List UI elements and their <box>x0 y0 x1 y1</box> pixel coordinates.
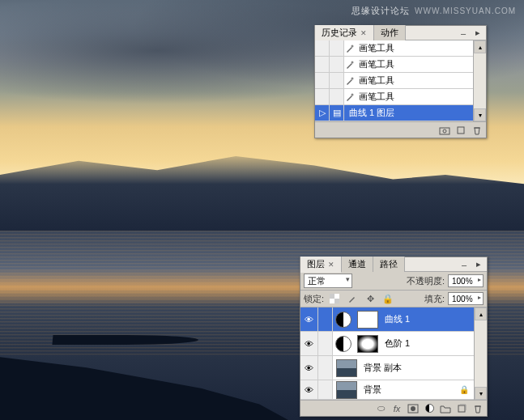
layer-group-button[interactable] <box>438 402 453 415</box>
visibility-toggle[interactable]: 👁 <box>300 308 318 331</box>
flyout-menu-button[interactable]: ▸ <box>472 259 485 270</box>
visibility-toggle[interactable]: 👁 <box>300 380 318 399</box>
layer-row[interactable]: 👁 曲线 1 <box>300 308 474 332</box>
svg-point-5 <box>443 129 446 133</box>
adjustment-icon <box>335 336 351 352</box>
lock-label: 锁定: <box>304 293 324 305</box>
lock-transparent-button[interactable] <box>327 292 342 305</box>
opacity-label: 不透明度: <box>407 275 445 287</box>
link-column[interactable] <box>318 332 333 355</box>
scrollbar[interactable]: ▴ ▾ <box>473 40 486 121</box>
fill-label: 填充: <box>424 293 445 305</box>
brush-icon <box>344 59 356 70</box>
scrollbar[interactable]: ▴ ▾ <box>474 308 487 400</box>
lock-image-button[interactable] <box>345 292 360 305</box>
svg-rect-13 <box>458 405 465 412</box>
svg-rect-4 <box>440 128 449 134</box>
close-icon[interactable]: ✕ <box>360 29 367 37</box>
svg-rect-9 <box>334 294 339 299</box>
svg-rect-6 <box>458 127 464 134</box>
brush-icon <box>344 43 356 54</box>
mask-thumbnail[interactable] <box>357 311 378 329</box>
new-layer-button[interactable] <box>454 402 469 415</box>
brush-icon <box>344 75 356 87</box>
mask-thumbnail[interactable] <box>357 335 378 353</box>
opacity-input[interactable]: 100% <box>448 274 484 287</box>
layer-mask-button[interactable] <box>406 402 420 415</box>
visibility-toggle[interactable]: 👁 <box>300 356 318 380</box>
link-layers-button[interactable]: ⬭ <box>373 402 388 415</box>
brush-icon <box>344 91 356 103</box>
blend-mode-select[interactable]: 正常 <box>304 274 352 288</box>
scroll-up-button[interactable]: ▴ <box>475 308 487 320</box>
tab-history[interactable]: 历史记录✕ <box>315 25 374 41</box>
layers-footer: ⬭ fx <box>300 400 487 416</box>
adjustment-icon <box>335 312 351 328</box>
layer-row[interactable]: 👁 背景 🔒 <box>300 380 474 400</box>
history-item[interactable]: ▷ ▤ 曲线 1 图层 <box>315 105 473 121</box>
scroll-up-button[interactable]: ▴ <box>474 40 486 53</box>
minimize-button[interactable]: – <box>457 28 470 39</box>
history-panel: 历史记录✕ 动作 – ▸ 画笔工具 画笔工具 画笔工具 <box>314 25 487 138</box>
svg-point-2 <box>351 77 354 79</box>
scroll-down-button[interactable]: ▾ <box>474 108 486 121</box>
history-item[interactable]: 画笔工具 <box>315 40 473 57</box>
lock-all-button[interactable]: 🔒 <box>381 292 395 305</box>
lock-icon: 🔒 <box>459 385 469 395</box>
svg-point-12 <box>411 406 415 411</box>
layer-effects-button[interactable]: fx <box>390 402 404 415</box>
layers-titlebar: 图层✕ 通道 路径 – ▸ <box>300 257 487 272</box>
link-column[interactable] <box>318 308 333 331</box>
adjustment-layer-button[interactable] <box>422 402 437 415</box>
layer-thumbnail[interactable] <box>336 359 357 377</box>
tab-paths[interactable]: 路径 <box>373 257 405 272</box>
history-footer <box>315 121 486 138</box>
layers-list: 👁 曲线 1 👁 色阶 1 👁 背景 副本 👁 <box>300 308 474 400</box>
layer-thumbnail[interactable] <box>336 381 357 399</box>
tab-layers[interactable]: 图层✕ <box>300 257 342 273</box>
svg-rect-8 <box>334 299 339 303</box>
svg-point-3 <box>351 93 354 95</box>
layers-panel: 图层✕ 通道 路径 – ▸ 正常 不透明度: 100% 锁定: ✥ 🔒 填充: … <box>300 257 488 417</box>
scroll-down-button[interactable]: ▾ <box>475 387 487 400</box>
tab-channels[interactable]: 通道 <box>342 257 373 272</box>
history-marker-icon[interactable]: ▷ <box>315 105 330 121</box>
visibility-toggle[interactable]: 👁 <box>300 332 318 355</box>
delete-button[interactable] <box>470 124 484 137</box>
history-item[interactable]: 画笔工具 <box>315 73 473 89</box>
svg-point-0 <box>351 45 354 47</box>
svg-rect-10 <box>330 299 334 303</box>
history-item[interactable]: 画笔工具 <box>315 89 473 105</box>
history-list: 画笔工具 画笔工具 画笔工具 画笔工具 ▷ ▤ 曲线 1 图层 <box>315 40 473 121</box>
fill-input[interactable]: 100% <box>448 292 484 305</box>
new-document-button[interactable] <box>454 124 468 137</box>
history-titlebar: 历史记录✕ 动作 – ▸ <box>315 26 486 40</box>
link-column[interactable] <box>318 380 333 399</box>
close-icon[interactable]: ✕ <box>328 261 334 269</box>
watermark: 思缘设计论坛WWW.MISSYUAN.COM <box>351 5 516 17</box>
layer-icon: ▤ <box>330 105 344 121</box>
layer-row[interactable]: 👁 色阶 1 <box>300 332 474 356</box>
svg-rect-7 <box>330 294 334 299</box>
delete-layer-button[interactable] <box>471 402 485 415</box>
flyout-menu-button[interactable]: ▸ <box>471 28 484 39</box>
new-snapshot-button[interactable] <box>437 124 452 137</box>
history-item[interactable]: 画笔工具 <box>315 57 473 73</box>
svg-point-1 <box>351 61 354 63</box>
layer-row[interactable]: 👁 背景 副本 <box>300 356 474 380</box>
lock-position-button[interactable]: ✥ <box>363 292 377 305</box>
tab-actions[interactable]: 动作 <box>374 25 406 40</box>
link-column[interactable] <box>318 356 333 380</box>
minimize-button[interactable]: – <box>458 259 471 270</box>
